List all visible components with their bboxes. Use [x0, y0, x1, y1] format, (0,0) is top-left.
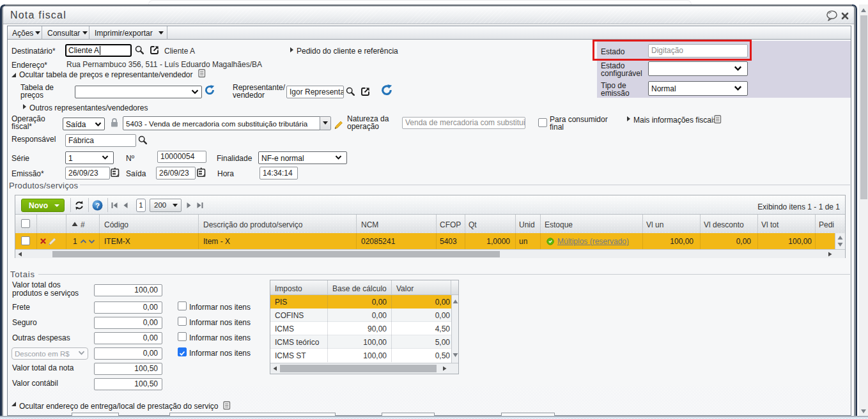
svg-text:?: ?: [95, 202, 100, 210]
